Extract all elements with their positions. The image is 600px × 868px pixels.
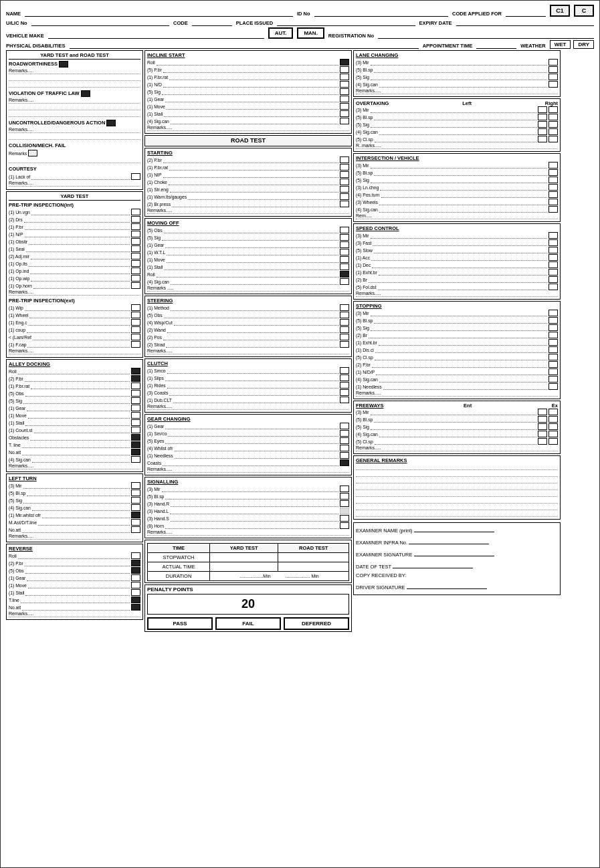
fw-1-ent[interactable] [538,409,547,415]
str-2-score[interactable] [340,312,349,318]
mo-3-score[interactable] [340,241,349,248]
lc-4-score[interactable] [548,81,558,88]
violation-score[interactable] [81,90,90,97]
ov-4-left[interactable] [538,128,547,135]
int-2-score[interactable] [548,169,558,176]
gc-4-score[interactable] [340,445,349,451]
str-3-score[interactable] [340,319,349,326]
cl-5-score[interactable] [340,397,349,403]
pte-3-score[interactable] [131,319,140,326]
name-field[interactable] [25,9,293,17]
is-1-score[interactable] [340,66,349,73]
cl-3-score[interactable] [340,382,349,389]
pte-5-score[interactable] [131,334,140,340]
lt-2-score[interactable] [131,490,140,496]
ad-13-score[interactable] [131,456,140,463]
stopwatch-road[interactable] [278,553,349,562]
st-6-score[interactable] [340,193,349,200]
ov-2-right[interactable] [548,114,558,120]
gc-1-score[interactable] [340,423,349,429]
roadworthiness-score[interactable] [59,61,68,68]
ad-3-score[interactable] [131,383,140,389]
ov-5-right[interactable] [548,136,558,142]
ulic-field[interactable] [31,18,169,26]
mo-7-score[interactable] [340,271,349,278]
lt-4-score[interactable] [131,504,140,511]
sig-6-score[interactable] [340,522,349,529]
stp-2-score[interactable] [548,317,558,324]
st-5-score[interactable] [340,186,349,193]
st-4-score[interactable] [340,179,349,185]
pti-3-score[interactable] [131,223,140,230]
sc-4-score[interactable] [548,254,558,261]
is-7-score[interactable] [340,110,349,117]
pti-1-score[interactable] [131,209,140,215]
fw-4-ent[interactable] [538,431,547,437]
ad-9-score[interactable] [131,427,140,433]
lc-1-score[interactable] [548,59,558,66]
rv-8-score[interactable] [131,604,140,611]
lt-3-score[interactable] [131,497,140,504]
sig-3-score[interactable] [340,500,349,507]
stp-1-score[interactable] [548,310,558,316]
ad-5-score[interactable] [131,397,140,404]
int-7-score[interactable] [548,206,558,213]
stp-5-score[interactable] [548,339,558,346]
examiner-sig-field[interactable] [414,548,494,556]
sc-3-score[interactable] [548,247,558,253]
rv-6-score[interactable] [131,589,140,596]
is-8-score[interactable] [340,118,349,124]
int-6-score[interactable] [548,199,558,205]
cl-4-score[interactable] [340,389,349,396]
fw-5-ex[interactable] [548,438,558,445]
st-3-score[interactable] [340,171,349,178]
uncontrolled-score[interactable] [106,120,116,126]
stopwatch-yard[interactable] [210,553,278,562]
is-4-score[interactable] [340,88,349,95]
rv-3-score[interactable] [131,567,140,574]
fail-button[interactable]: FAIL [215,617,281,630]
gc-6-score[interactable] [340,459,349,466]
sig-2-score[interactable] [340,493,349,500]
gc-3-score[interactable] [340,437,349,444]
gc-5-score[interactable] [340,452,349,459]
stp-3-score[interactable] [548,324,558,331]
fw-1-ex[interactable] [548,409,558,415]
stp-10-score[interactable] [548,376,558,383]
stp-6-score[interactable] [548,346,558,353]
pte-1-score[interactable] [131,304,140,311]
lc-3-score[interactable] [548,74,558,80]
lt-7-score[interactable] [131,526,140,533]
ov-1-left[interactable] [538,106,547,113]
reg-field[interactable] [378,31,594,39]
st-7-score[interactable] [340,201,349,207]
sig-4-score[interactable] [340,508,349,514]
pti-4-score[interactable] [131,231,140,237]
driver-sig-field[interactable] [407,581,487,589]
pte-4-score[interactable] [131,326,140,333]
is-6-score[interactable] [340,103,349,110]
int-5-score[interactable] [548,191,558,198]
stp-8-score[interactable] [548,361,558,368]
pti-8-score[interactable] [131,260,140,267]
pti-11-score[interactable] [131,282,140,289]
cl-1-score[interactable] [340,367,349,374]
fw-3-ex[interactable] [548,423,558,430]
sig-1-score[interactable] [340,485,349,492]
place-issued-field[interactable] [277,18,415,26]
ad-2-score[interactable] [131,375,140,382]
stp-4-score[interactable] [548,332,558,338]
lt-1-score[interactable] [131,482,140,489]
ov-3-right[interactable] [548,121,558,128]
sc-1-score[interactable] [548,232,558,239]
code-field[interactable] [192,18,232,26]
ad-1-score[interactable] [131,368,140,374]
fw-2-ex[interactable] [548,416,558,423]
st-2-score[interactable] [340,164,349,171]
mo-2-score[interactable] [340,234,349,241]
sc-8-score[interactable] [548,284,558,290]
sc-2-score[interactable] [548,239,558,246]
lt-5-score[interactable] [131,512,140,518]
pti-10-score[interactable] [131,275,140,282]
stp-9-score[interactable] [548,368,558,375]
